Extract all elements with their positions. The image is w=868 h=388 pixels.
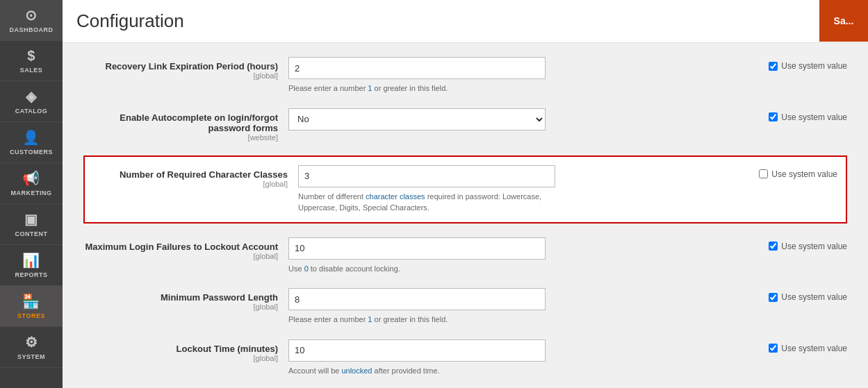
login-failures-hint: Use 0 to disable account locking. [288, 263, 546, 275]
sidebar-item-sales[interactable]: $ SALES [0, 41, 63, 81]
login-failures-input[interactable] [288, 237, 546, 260]
sidebar-item-label: REPORTS [15, 271, 47, 278]
sidebar-item-reports[interactable]: 📊 REPORTS [0, 245, 63, 286]
char-classes-input[interactable] [298, 165, 555, 187]
page-header: Configuration Sa... [63, 0, 868, 43]
sidebar-item-customers[interactable]: 👤 CUSTOMERS [0, 122, 63, 163]
autocomplete-select[interactable]: No Yes [288, 108, 546, 130]
recovery-link-row: Recovery Link Expiration Period (hours) … [83, 57, 847, 94]
sidebar-item-label: SYSTEM [17, 353, 45, 360]
marketing-icon: 📢 [22, 170, 40, 187]
system-value-label: Use system value [771, 169, 837, 179]
login-failures-content: Use 0 to disable account locking. [288, 237, 758, 275]
system-value-label: Use system value [781, 112, 847, 122]
sidebar-item-label: CONTENT [15, 230, 48, 237]
page-title: Configuration [76, 10, 184, 32]
recovery-link-hint: Please enter a number 1 or greater in th… [288, 83, 546, 94]
char-classes-system-value: Use system value [748, 165, 837, 179]
sidebar-item-catalog[interactable]: ◈ CATALOG [0, 81, 63, 122]
sidebar-item-label: STORES [17, 312, 45, 319]
char-classes-hint: Number of different character classes re… [298, 191, 555, 214]
min-password-hint: Please enter a number 1 or greater in th… [288, 314, 546, 326]
lockout-time-input[interactable] [288, 339, 546, 362]
char-classes-row: Number of Required Character Classes [gl… [83, 155, 847, 223]
stores-icon: 🏪 [22, 293, 40, 310]
login-failures-system-checkbox[interactable] [769, 242, 778, 251]
catalog-icon: ◈ [26, 88, 37, 105]
sidebar-item-stores[interactable]: 🏪 STORES [0, 286, 63, 327]
lockout-time-system-checkbox[interactable] [769, 344, 778, 353]
system-icon: ⚙ [25, 334, 38, 351]
autocomplete-row: Enable Autocomplete on login/forgot pass… [83, 108, 847, 142]
system-value-label: Use system value [781, 61, 847, 71]
content-icon: ▣ [24, 211, 38, 228]
min-password-row: Minimum Password Length [global] Please … [83, 288, 847, 326]
sidebar-item-marketing[interactable]: 📢 MARKETING [0, 163, 63, 204]
autocomplete-label: Enable Autocomplete on login/forgot pass… [83, 108, 288, 142]
sales-icon: $ [27, 48, 35, 64]
char-classes-system-checkbox[interactable] [759, 169, 768, 178]
sidebar-item-dashboard[interactable]: ⊙ DASHBOARD [0, 0, 63, 41]
recovery-link-input[interactable] [288, 57, 546, 79]
login-failures-row: Maximum Login Failures to Lockout Accoun… [83, 237, 847, 275]
login-failures-label: Maximum Login Failures to Lockout Accoun… [83, 237, 288, 260]
system-value-label: Use system value [781, 344, 847, 353]
customers-icon: 👤 [22, 129, 40, 146]
recovery-link-label: Recovery Link Expiration Period (hours) … [83, 57, 288, 80]
autocomplete-system-value: Use system value [758, 108, 847, 122]
lockout-time-label: Lockout Time (minutes) [global] [83, 339, 288, 362]
char-classes-content: Number of different character classes re… [298, 165, 748, 214]
login-failures-system-value: Use system value [758, 237, 847, 251]
lockout-time-row: Lockout Time (minutes) [global] Account … [83, 339, 847, 377]
main-content: Configuration Sa... Recovery Link Expira… [63, 0, 868, 388]
min-password-content: Please enter a number 1 or greater in th… [288, 288, 758, 326]
char-classes-label: Number of Required Character Classes [gl… [93, 165, 298, 188]
autocomplete-system-checkbox[interactable] [769, 112, 778, 121]
save-button[interactable]: Sa... [819, 0, 868, 42]
recovery-link-system-checkbox[interactable] [769, 62, 778, 71]
sidebar-item-label: CATALOG [15, 108, 48, 115]
min-password-label: Minimum Password Length [global] [83, 288, 288, 311]
dashboard-icon: ⊙ [25, 7, 38, 24]
sidebar-item-label: MARKETING [11, 189, 52, 196]
sidebar-item-label: SALES [20, 67, 43, 74]
min-password-input[interactable] [288, 288, 546, 310]
configuration-form: Recovery Link Expiration Period (hours) … [63, 43, 868, 388]
sidebar-item-label: DASHBOARD [10, 26, 54, 33]
lockout-time-hint: Account will be unlocked after provided … [288, 365, 546, 377]
system-value-label: Use system value [781, 242, 847, 251]
reports-icon: 📊 [22, 252, 40, 269]
recovery-link-content: Please enter a number 1 or greater in th… [288, 57, 758, 94]
lockout-time-content: Account will be unlocked after provided … [288, 339, 758, 377]
system-value-label: Use system value [781, 292, 847, 302]
sidebar: ⊙ DASHBOARD $ SALES ◈ CATALOG 👤 CUSTOMER… [0, 0, 63, 388]
min-password-system-value: Use system value [758, 288, 847, 302]
lockout-time-system-value: Use system value [758, 339, 847, 353]
sidebar-item-label: CUSTOMERS [10, 149, 53, 155]
sidebar-item-system[interactable]: ⚙ SYSTEM [0, 327, 63, 368]
autocomplete-content: No Yes [288, 108, 758, 130]
min-password-system-checkbox[interactable] [769, 293, 778, 302]
sidebar-item-content[interactable]: ▣ CONTENT [0, 204, 63, 245]
recovery-link-system-value: Use system value [758, 57, 847, 71]
